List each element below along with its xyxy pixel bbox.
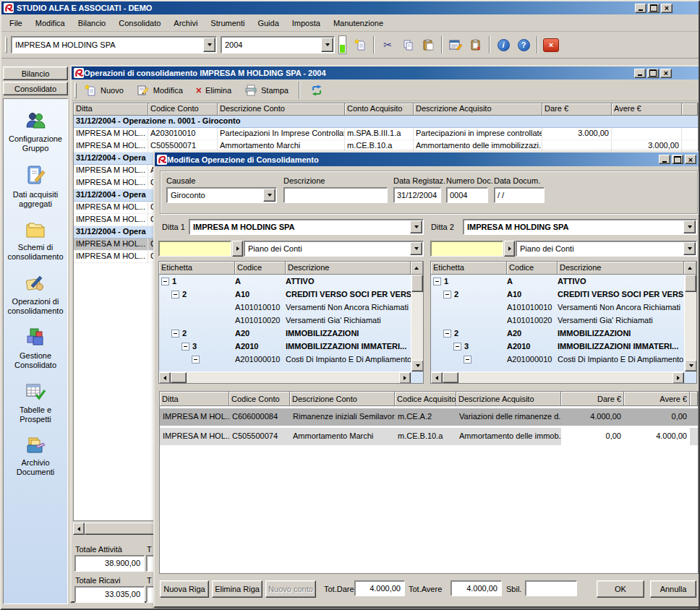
column-header-conto-acquisito[interactable]: Conto Acquisito (345, 103, 414, 116)
search-go-button[interactable] (232, 241, 243, 257)
dialog-maximize-button[interactable] (672, 155, 683, 164)
scroll-down-button[interactable] (685, 360, 697, 371)
window-minimize-button[interactable] (634, 69, 646, 78)
company-combobox[interactable]: IMPRESA M HOLDING SPA (11, 36, 217, 53)
account-search-input[interactable] (430, 241, 503, 257)
scroll-up-button[interactable] (411, 262, 423, 275)
tree-row[interactable]: 2A10CREDITI VERSO SOCI PER VERS... (159, 288, 411, 301)
column-header-descrizione-acquisito[interactable]: Descrizione Acquisito (414, 103, 542, 116)
grid-column-codice-conto[interactable]: Codice Conto (229, 392, 290, 406)
expand-collapse-icon[interactable] (171, 291, 179, 298)
refresh-button[interactable] (304, 82, 329, 98)
toolbar-grip[interactable] (74, 82, 77, 98)
nuovo-conto-button[interactable]: Nuovo conto (265, 580, 316, 598)
sidebar-item-operazioni-di-consolidamento[interactable]: Operazioni di consolidamento (5, 273, 66, 316)
tree-column-etichetta[interactable]: Etichetta (159, 262, 235, 275)
chevron-down-icon[interactable] (321, 38, 333, 52)
tree-row[interactable]: A201000010Costi Di Impianto E Di Ampliam… (159, 353, 411, 366)
expand-collapse-icon[interactable] (433, 278, 441, 285)
sidebar-item-tabelle-e-prospetti[interactable]: Tabelle e Prospetti (5, 382, 66, 424)
chevron-down-icon[interactable] (263, 189, 276, 202)
tree-row[interactable]: A201000010Costi Di Impianto E Di Ampliam… (431, 353, 684, 366)
tree-row[interactable]: A101010010Versamenti Non Ancora Richiama… (159, 301, 411, 314)
column-header-dare[interactable]: Dare € (542, 103, 612, 116)
chevron-down-icon[interactable] (410, 242, 422, 255)
piano-conti-combobox[interactable]: Piano dei Conti (244, 241, 424, 257)
toolbar-button-exit[interactable]: × (541, 35, 561, 55)
tree-column-codice[interactable]: Codice (235, 262, 286, 275)
sidebar-item-gestione-consolidato[interactable]: Gestione Consolidato (5, 327, 66, 370)
scroll-left-button[interactable] (159, 372, 171, 384)
expand-collapse-icon[interactable] (171, 330, 179, 338)
menu-item-manutenzione[interactable]: Manutenzione (327, 17, 390, 30)
data-docum-input[interactable]: / / (494, 187, 545, 203)
window-restore-button[interactable] (647, 69, 659, 78)
grid-column-codice-acquisito[interactable]: Codice Acquisito (395, 392, 456, 406)
tree-row[interactable]: 2A20IMMOBILIZZAZIONI (431, 327, 684, 340)
tree-row[interactable]: 1AATTIVO (431, 275, 684, 288)
grid-column-avere[interactable]: Avere € (624, 392, 690, 406)
elimina-riga-button[interactable]: Elimina Riga (212, 580, 262, 598)
menu-item-strumenti[interactable]: Strumenti (204, 17, 251, 30)
vertical-scrollbar[interactable] (411, 275, 423, 371)
nuova-riga-button[interactable]: Nuova Riga (160, 580, 209, 598)
toolbar-button-copy[interactable] (398, 35, 418, 55)
sidebar-tab-consolidato[interactable]: Consolidato (3, 82, 68, 95)
ditta1-combobox[interactable]: IMPRESA M HOLDING SPA (189, 219, 424, 235)
tree-row[interactable]: A101010020Versamenti Gia' Richiamati (159, 314, 411, 327)
horizontal-scrollbar[interactable] (431, 371, 684, 383)
tree-row[interactable]: A101010010Versamenti Non Ancora Richiama… (431, 301, 684, 314)
window-toolbar-elimina[interactable]: ×Elimina (190, 83, 237, 98)
menu-item-bilancio[interactable]: Bilancio (72, 17, 113, 30)
tree-row[interactable]: A101010020Versamenti Gia' Richiamati (431, 314, 684, 327)
numero-doc-input[interactable]: 0004 (446, 187, 488, 203)
scroll-left-button[interactable] (73, 523, 85, 535)
sidebar-item-schemi-di-consolidamento[interactable]: Schemi di consolidamento (5, 220, 66, 262)
menu-item-guida[interactable]: Guida (251, 17, 285, 30)
column-header-avere[interactable]: Avere € (612, 103, 682, 116)
scrollbar-thumb[interactable] (685, 275, 696, 292)
column-header-codice-conto[interactable]: Codice Conto (148, 103, 218, 116)
expand-collapse-icon[interactable] (192, 356, 200, 364)
menu-item-archivi[interactable]: Archivi (167, 17, 204, 30)
window-toolbar-nuovo[interactable]: Nuovo (78, 82, 129, 99)
ok-button[interactable]: OK (597, 580, 644, 598)
tree-column-descrizione[interactable]: Descrizione (558, 262, 684, 275)
piano-conti-combobox[interactable]: Piano dei Conti (516, 241, 697, 257)
expand-collapse-icon[interactable] (464, 356, 471, 364)
chevron-down-icon[interactable] (203, 38, 215, 52)
menu-item-file[interactable]: File (3, 17, 29, 30)
year-combobox[interactable]: 2004 (221, 36, 335, 53)
operation-group-row[interactable]: 31/12/2004 - Operazione n. 0001 - Giroco… (74, 116, 698, 128)
window-toolbar-stampa[interactable]: Stampa (239, 82, 294, 98)
ditta2-combobox[interactable]: IMPRESA M HOLDING SPA (463, 219, 697, 235)
chevron-down-icon[interactable] (683, 220, 696, 233)
tree-row[interactable]: 3A2010IMMOBILIZZAZIONI IMMATERI... (159, 340, 411, 353)
window-toolbar-modifica[interactable]: Modifica (131, 82, 189, 98)
expand-collapse-icon[interactable] (443, 291, 451, 298)
chevron-down-icon[interactable] (683, 242, 696, 255)
descrizione-input[interactable] (283, 187, 388, 203)
menu-item-modifica[interactable]: Modifica (29, 17, 72, 30)
table-row[interactable]: IMPRESA M HOL...A203010010Partecipazioni… (74, 128, 698, 140)
toolbar-button-edit-list[interactable] (445, 35, 466, 55)
scrollbar-thumb[interactable] (171, 372, 187, 383)
grid-row[interactable]: IMPRESA M HOL...C606000084Rimanenze iniz… (160, 408, 698, 426)
tree-row[interactable]: 1AATTIVO (159, 275, 411, 288)
grid-column-ditta[interactable]: Ditta (160, 392, 229, 406)
grid-column-descrizione-acquisito[interactable]: Descrizione Acquisito (456, 392, 561, 406)
sidebar-tab-bilancio[interactable]: Bilancio (3, 66, 68, 80)
scroll-right-button[interactable] (673, 372, 684, 384)
toolbar-button-info[interactable]: i (493, 35, 513, 55)
toolbar-grip[interactable] (5, 37, 7, 53)
grid-row[interactable]: IMPRESA M HOL...C505500074Ammortamento M… (160, 428, 698, 445)
scrollbar-thumb[interactable] (411, 275, 423, 292)
window-close-button[interactable] (660, 69, 672, 78)
tree-column-descrizione[interactable]: Descrizione (286, 262, 411, 275)
column-header-ditta[interactable]: Ditta (74, 103, 148, 116)
expand-collapse-icon[interactable] (161, 278, 169, 285)
toolbar-button-new-document[interactable] (350, 35, 370, 55)
tree-column-etichetta[interactable]: Etichetta (431, 262, 507, 275)
minimize-button[interactable] (635, 4, 646, 13)
tree-row[interactable]: 3A2010IMMOBILIZZAZIONI IMMATERI... (431, 340, 684, 353)
